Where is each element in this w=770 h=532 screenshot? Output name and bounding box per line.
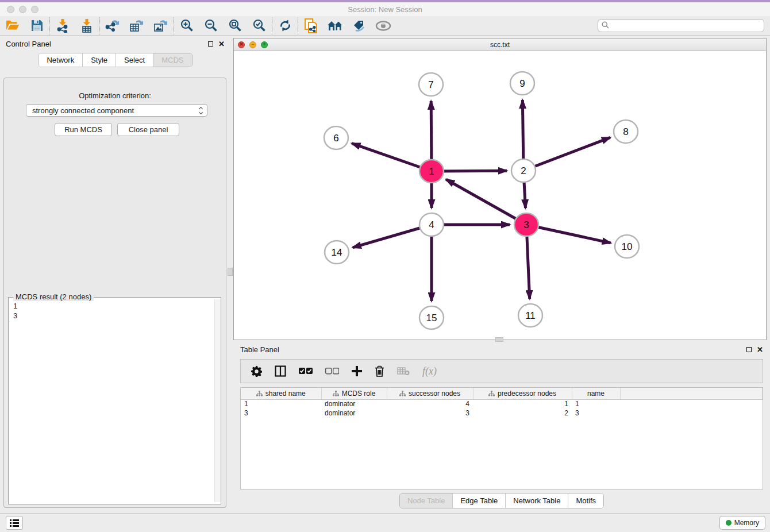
memory-button[interactable]: Memory [719, 516, 765, 530]
close-panel-icon[interactable]: ✕ [757, 346, 763, 353]
table-row[interactable]: 3 dominator 3 2 3 [241, 408, 763, 418]
float-panel-icon[interactable] [208, 41, 213, 47]
column-header-name[interactable]: name [572, 388, 620, 399]
memory-label: Memory [734, 519, 759, 527]
import-table-icon[interactable] [79, 18, 95, 34]
control-panel-title: Control Panel [6, 40, 51, 48]
node-2[interactable]: 2 [511, 159, 536, 182]
node-6[interactable]: 6 [324, 126, 348, 149]
node-label: 3 [523, 219, 529, 230]
node-label: 11 [525, 310, 536, 321]
window-title: Session: New Session [0, 5, 770, 14]
zoom-fit-icon[interactable] [227, 18, 243, 34]
node-7[interactable]: 7 [419, 73, 443, 96]
table-toolbar: f(x) [240, 359, 763, 383]
edge-3-1[interactable] [446, 179, 526, 225]
close-panel-icon[interactable]: ✕ [218, 40, 225, 48]
tab-mcds[interactable]: MCDS [153, 53, 191, 67]
node-1[interactable]: 1 [419, 160, 444, 183]
node-9[interactable]: 9 [510, 72, 534, 95]
result-scrollbar[interactable] [214, 299, 221, 502]
export-table-icon[interactable] [129, 18, 145, 34]
node-14[interactable]: 14 [325, 241, 349, 264]
open-session-icon[interactable] [5, 18, 21, 34]
network-view-window: ✕ − + scc.txt 7968124314101511 [233, 38, 767, 340]
network-canvas[interactable]: 7968124314101511 [234, 51, 766, 340]
settings-gear-icon[interactable] [251, 366, 262, 377]
zoom-in-icon[interactable] [179, 18, 195, 34]
table-row[interactable]: 1 dominator 4 1 1 [241, 399, 763, 408]
deselect-all-icon[interactable] [325, 368, 339, 375]
zoom-out-icon[interactable] [203, 18, 219, 34]
network-view-titlebar[interactable]: ✕ − + scc.txt [234, 38, 766, 51]
node-label: 4 [429, 219, 434, 230]
tab-network-table[interactable]: Network Table [505, 494, 568, 508]
run-mcds-button[interactable]: Run MCDS [55, 123, 112, 136]
table-panel-title: Table Panel [240, 345, 279, 354]
splitter-grip[interactable] [228, 268, 233, 276]
apply-layout-icon[interactable] [277, 18, 293, 34]
tab-edge-table[interactable]: Edge Table [452, 494, 505, 508]
control-panel: Control Panel ✕ Network Style Select MCD… [0, 36, 230, 513]
tab-network[interactable]: Network [38, 53, 82, 67]
node-label: 15 [426, 313, 437, 323]
export-network-icon[interactable] [105, 18, 121, 34]
task-history-button[interactable] [6, 516, 23, 530]
node-3[interactable]: 3 [514, 213, 538, 236]
save-session-icon[interactable] [29, 18, 45, 34]
titlebar: Session: New Session [0, 2, 770, 16]
tab-node-table[interactable]: Node Table [400, 494, 453, 508]
mcds-result-item: 3 [13, 311, 216, 321]
function-builder-icon[interactable]: f(x) [422, 365, 437, 377]
zoom-selected-icon[interactable] [251, 18, 267, 34]
node-label: 8 [623, 126, 628, 137]
node-table[interactable]: shared name MCDS role successor nodes pr… [240, 387, 763, 489]
tab-select[interactable]: Select [116, 53, 153, 67]
optimization-criterion-value: strongly connected component [32, 106, 134, 115]
node-8[interactable]: 8 [614, 120, 638, 143]
optimization-criterion-select[interactable]: strongly connected component [26, 104, 207, 117]
add-column-icon[interactable] [352, 366, 362, 376]
import-network-icon[interactable] [55, 18, 71, 34]
status-bar: Memory [0, 513, 770, 532]
node-11[interactable]: 11 [518, 304, 542, 327]
select-all-icon[interactable] [299, 368, 313, 375]
edge-2-8[interactable] [523, 137, 610, 171]
mcds-result-item: 1 [13, 301, 216, 311]
edge-3-10[interactable] [526, 225, 611, 243]
export-image-icon[interactable] [153, 18, 169, 34]
network-view-title: scc.txt [234, 41, 766, 49]
mcds-result-box: MCDS result (2 nodes) 1 3 [8, 297, 221, 504]
delete-column-icon[interactable] [375, 365, 384, 377]
column-header-filler [620, 388, 763, 399]
column-chooser-icon[interactable] [275, 365, 286, 377]
column-header-predecessor-nodes[interactable]: predecessor nodes [473, 388, 572, 399]
close-panel-button[interactable]: Close panel [117, 123, 179, 136]
node-15[interactable]: 15 [419, 306, 444, 329]
float-panel-icon[interactable] [746, 347, 752, 352]
node-10[interactable]: 10 [615, 235, 639, 258]
splitter-grip[interactable] [495, 337, 503, 342]
first-neighbors-icon[interactable] [327, 18, 343, 34]
delete-table-icon[interactable] [397, 367, 410, 376]
node-label: 10 [622, 241, 633, 252]
show-details-icon[interactable] [375, 18, 391, 34]
clone-network-icon[interactable] [303, 18, 319, 34]
column-header-successor-nodes[interactable]: successor nodes [387, 388, 473, 399]
optimization-criterion-label: Optimization criterion: [4, 91, 226, 100]
table-header-row: shared name MCDS role successor nodes pr… [241, 388, 763, 399]
search-icon [602, 21, 609, 31]
tab-motifs[interactable]: Motifs [568, 494, 603, 508]
node-4[interactable]: 4 [419, 213, 444, 236]
hide-labels-icon[interactable] [351, 18, 367, 34]
node-label: 6 [333, 133, 338, 144]
tab-style[interactable]: Style [82, 53, 116, 67]
node-label: 14 [332, 247, 342, 258]
column-header-shared-name[interactable]: shared name [241, 388, 321, 399]
select-stepper-icon [199, 107, 202, 114]
main-toolbar [0, 16, 770, 36]
search-input[interactable] [598, 19, 764, 32]
mcds-result-title: MCDS result (2 nodes) [13, 292, 94, 301]
node-label: 1 [429, 166, 434, 177]
column-header-mcds-role[interactable]: MCDS role [321, 388, 387, 399]
